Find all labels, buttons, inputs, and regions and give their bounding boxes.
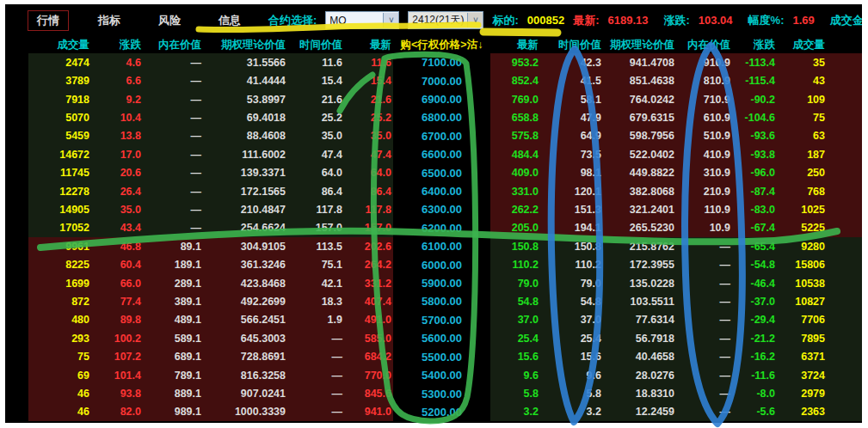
put-theoretical-cell[interactable]: 135.0228 bbox=[603, 278, 676, 290]
header-call-change[interactable]: 涨跌 bbox=[91, 38, 143, 52]
call-intrinsic-cell[interactable]: — bbox=[143, 57, 203, 69]
put-volume-cell[interactable]: 75 bbox=[777, 112, 827, 124]
call-theoretical-cell[interactable]: 172.1565 bbox=[203, 186, 287, 198]
chevron-down-icon[interactable]: ˅ bbox=[383, 13, 398, 28]
put-volume-cell[interactable]: 10827 bbox=[777, 296, 827, 308]
call-volume-cell[interactable]: 5459 bbox=[28, 130, 91, 142]
call-timevalue-cell[interactable]: 25.2 bbox=[287, 112, 344, 124]
expiry-select[interactable]: 2412(21天) ˅ bbox=[408, 11, 483, 29]
put-theoretical-cell[interactable]: 598.7956 bbox=[603, 130, 676, 142]
header-put-timevalue[interactable]: 时间价值 bbox=[540, 38, 603, 52]
strike-cell[interactable]: 5900.00 bbox=[393, 274, 490, 292]
call-last-cell[interactable]: 770.0 bbox=[344, 370, 393, 382]
call-last-cell[interactable]: 35.0 bbox=[344, 130, 393, 142]
call-intrinsic-cell[interactable]: — bbox=[143, 222, 203, 234]
tab-risk[interactable]: 风险 bbox=[150, 11, 189, 30]
call-last-cell[interactable]: 86.4 bbox=[344, 186, 393, 198]
call-intrinsic-cell[interactable]: — bbox=[143, 186, 203, 198]
option-chain-row[interactable]: 75107.2689.1728.8691—684.25500.0015.615.… bbox=[5, 348, 862, 366]
call-intrinsic-cell[interactable]: 689.1 bbox=[143, 351, 203, 363]
put-volume-cell[interactable]: 2363 bbox=[777, 406, 827, 418]
put-last-cell[interactable]: 150.8 bbox=[490, 241, 540, 253]
strike-cell[interactable]: 6900.00 bbox=[393, 90, 490, 108]
put-last-cell[interactable]: 3.2 bbox=[490, 406, 540, 418]
call-theoretical-cell[interactable]: 254.6624 bbox=[203, 222, 287, 234]
put-timevalue-cell[interactable]: 25.4 bbox=[540, 333, 603, 345]
put-timevalue-cell[interactable]: 41.5 bbox=[540, 75, 603, 87]
put-theoretical-cell[interactable]: 28.0276 bbox=[603, 370, 676, 382]
option-chain-row[interactable]: 87277.4389.1492.269918.3407.45800.0054.8… bbox=[5, 292, 862, 310]
put-intrinsic-cell[interactable]: 110.9 bbox=[676, 204, 732, 216]
put-change-cell[interactable]: -54.8 bbox=[732, 259, 777, 271]
option-chain-row[interactable]: 822560.4189.1361.324675.1264.26000.00110… bbox=[5, 255, 862, 273]
call-change-cell[interactable]: 9.2 bbox=[91, 94, 143, 106]
put-last-cell[interactable]: 110.2 bbox=[490, 259, 540, 271]
put-change-cell[interactable]: -65.4 bbox=[732, 241, 777, 253]
put-last-cell[interactable]: 25.4 bbox=[490, 333, 540, 345]
call-timevalue-cell[interactable]: 157.0 bbox=[287, 222, 344, 234]
put-intrinsic-cell[interactable]: — bbox=[676, 406, 732, 418]
call-change-cell[interactable]: 66.0 bbox=[91, 278, 143, 290]
header-call-volume[interactable]: 成交量 bbox=[28, 38, 91, 52]
strike-cell[interactable]: 5500.00 bbox=[393, 348, 490, 366]
put-timevalue-cell[interactable]: 120.1 bbox=[540, 186, 603, 198]
put-intrinsic-cell[interactable]: 10.9 bbox=[676, 222, 732, 234]
call-timevalue-cell[interactable]: 11.6 bbox=[287, 57, 344, 69]
call-last-cell[interactable]: 157.0 bbox=[344, 222, 393, 234]
put-theoretical-cell[interactable]: 449.8822 bbox=[603, 167, 676, 179]
call-theoretical-cell[interactable]: 53.8997 bbox=[203, 94, 287, 106]
strike-cell[interactable]: 6600.00 bbox=[393, 145, 490, 163]
put-theoretical-cell[interactable]: 12.2459 bbox=[603, 406, 676, 418]
call-change-cell[interactable]: 10.4 bbox=[91, 112, 143, 124]
put-theoretical-cell[interactable]: 40.4658 bbox=[603, 351, 676, 363]
put-change-cell[interactable]: -46.4 bbox=[732, 278, 777, 290]
put-theoretical-cell[interactable]: 265.5230 bbox=[603, 222, 676, 234]
header-put-theoretical[interactable]: 期权理论价值 bbox=[603, 38, 676, 52]
call-timevalue-cell[interactable]: 35.0 bbox=[287, 130, 344, 142]
put-timevalue-cell[interactable]: 64.9 bbox=[540, 130, 603, 142]
put-change-cell[interactable]: -21.2 bbox=[732, 333, 777, 345]
strike-cell[interactable]: 5200.00 bbox=[393, 403, 490, 421]
put-timevalue-cell[interactable]: 47.9 bbox=[540, 112, 603, 124]
option-chain-row[interactable]: 1227826.4—172.156586.486.46400.00331.012… bbox=[5, 182, 862, 200]
call-timevalue-cell[interactable]: 64.0 bbox=[287, 167, 344, 179]
call-last-cell[interactable]: 585.0 bbox=[344, 333, 393, 345]
call-intrinsic-cell[interactable]: 789.1 bbox=[143, 370, 203, 382]
option-chain-row[interactable]: 169966.0289.1423.846842.1331.25900.0079.… bbox=[5, 274, 862, 292]
call-volume-cell[interactable]: 872 bbox=[28, 296, 91, 308]
strike-cell[interactable]: 5400.00 bbox=[393, 366, 490, 384]
put-change-cell[interactable]: -104.6 bbox=[732, 112, 777, 124]
option-chain-row[interactable]: 48089.8489.1566.24511.9491.05700.0037.03… bbox=[5, 311, 862, 329]
call-last-cell[interactable]: 407.4 bbox=[344, 296, 393, 308]
put-change-cell[interactable]: -90.2 bbox=[732, 94, 777, 106]
call-theoretical-cell[interactable]: 566.2451 bbox=[203, 314, 287, 326]
call-intrinsic-cell[interactable]: — bbox=[143, 149, 203, 161]
put-last-cell[interactable]: 658.8 bbox=[490, 112, 540, 124]
call-last-cell[interactable]: 264.2 bbox=[344, 259, 393, 271]
strike-cell[interactable]: 5600.00 bbox=[393, 329, 490, 347]
call-theoretical-cell[interactable]: 139.3371 bbox=[203, 167, 287, 179]
call-volume-cell[interactable]: 12278 bbox=[28, 186, 91, 198]
put-intrinsic-cell[interactable]: — bbox=[676, 241, 732, 253]
option-chain-row[interactable]: 1490535.0—210.4847117.8117.86300.00262.2… bbox=[5, 200, 862, 218]
option-chain-row[interactable]: 37896.6—41.444415.415.47000.00852.441.58… bbox=[5, 71, 862, 89]
call-intrinsic-cell[interactable]: — bbox=[143, 94, 203, 106]
call-change-cell[interactable]: 89.8 bbox=[91, 314, 143, 326]
call-change-cell[interactable]: 82.0 bbox=[91, 406, 143, 418]
put-change-cell[interactable]: -16.2 bbox=[732, 351, 777, 363]
put-theoretical-cell[interactable]: 321.2401 bbox=[603, 204, 676, 216]
put-timevalue-cell[interactable]: 98.1 bbox=[540, 167, 603, 179]
call-volume-cell[interactable]: 11745 bbox=[28, 167, 91, 179]
put-timevalue-cell[interactable]: 150.8 bbox=[540, 241, 603, 253]
put-intrinsic-cell[interactable]: — bbox=[676, 259, 732, 271]
put-timevalue-cell[interactable]: 73.5 bbox=[540, 149, 603, 161]
call-last-cell[interactable]: 684.2 bbox=[344, 351, 393, 363]
put-change-cell[interactable]: -29.4 bbox=[732, 314, 777, 326]
put-last-cell[interactable]: 54.8 bbox=[490, 296, 540, 308]
put-intrinsic-cell[interactable]: 910.9 bbox=[676, 57, 732, 69]
put-timevalue-cell[interactable]: 15.6 bbox=[540, 351, 603, 363]
call-theoretical-cell[interactable]: 41.4444 bbox=[203, 75, 287, 87]
option-chain-row[interactable]: 79189.2—53.899721.621.66900.00769.058.17… bbox=[5, 90, 862, 108]
header-call-timevalue[interactable]: 时间价值 bbox=[287, 38, 344, 52]
put-timevalue-cell[interactable]: 110.2 bbox=[540, 259, 603, 271]
